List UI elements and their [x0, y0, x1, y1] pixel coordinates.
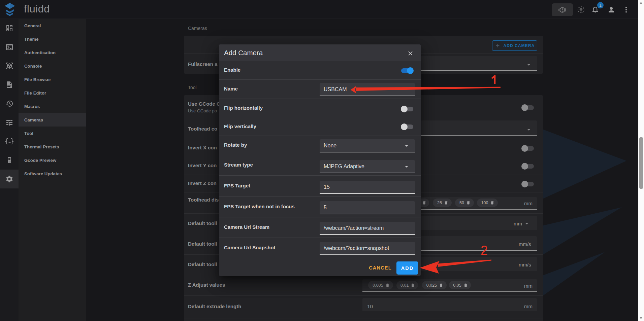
- divider: [219, 99, 421, 99]
- stream-type-select[interactable]: MJPEG Adaptive: [320, 160, 415, 173]
- menu-down-icon: [402, 163, 411, 171]
- input-underline: [320, 152, 415, 152]
- divider: [219, 258, 421, 258]
- dialog-label-fps-target-unfocused: FPS Target when not in focus: [224, 204, 295, 209]
- dialog-label-rotate-by: Rotate by: [224, 142, 247, 148]
- input-underline: [320, 254, 415, 255]
- camera-url-stream-value: /webcam/?action=stream: [324, 222, 384, 234]
- dialog-label-camera-url-snapshot: Camera Url Snapshot: [224, 245, 276, 250]
- fps-target-unfocused-value: 5: [324, 201, 327, 214]
- menu-down-icon: [402, 142, 411, 150]
- rotate-by-value: None: [324, 139, 336, 152]
- dialog-label-flip-vertically: Flip vertically: [224, 123, 256, 129]
- flip-horizontal-switch[interactable]: [401, 105, 414, 113]
- dialog-label-camera-url-stream: Camera Url Stream: [224, 224, 269, 230]
- dialog-label-stream-type: Stream type: [224, 162, 253, 168]
- divider: [219, 136, 421, 136]
- fps-target-value: 15: [324, 181, 330, 193]
- close-icon[interactable]: [407, 50, 414, 57]
- divider: [219, 197, 421, 197]
- input-underline: [320, 234, 415, 235]
- page-scrollbar[interactable]: [638, 0, 644, 321]
- dialog-title: Add Camera: [224, 49, 263, 57]
- stream-type-value: MJPEG Adaptive: [324, 160, 364, 173]
- camera-url-snapshot-input[interactable]: /webcam/?action=snapshot: [320, 242, 415, 254]
- dialog-label-flip-horizontally: Flip horizontally: [224, 105, 263, 111]
- cancel-button[interactable]: CANCEL: [368, 263, 392, 273]
- scrollbar-down-arrow[interactable]: [640, 317, 642, 319]
- name-input-value: USBCAM: [324, 83, 347, 96]
- add-camera-dialog: Add Camera Enable Name USBCAM Flip horiz…: [219, 44, 421, 276]
- input-underline: [320, 173, 415, 173]
- flip-vertical-switch[interactable]: [401, 123, 414, 131]
- camera-url-stream-input[interactable]: /webcam/?action=stream: [320, 222, 415, 234]
- scrollbar-up-arrow[interactable]: [640, 2, 642, 4]
- switch-thumb: [401, 123, 408, 130]
- switch-thumb: [407, 67, 414, 74]
- input-underline: [320, 193, 415, 194]
- add-button[interactable]: ADD: [396, 261, 418, 275]
- fps-target-input[interactable]: 15: [320, 181, 415, 193]
- divider: [219, 217, 421, 217]
- divider: [219, 175, 421, 176]
- divider: [219, 238, 421, 238]
- rotate-by-select[interactable]: None: [320, 139, 415, 152]
- switch-thumb: [401, 106, 408, 112]
- name-input[interactable]: USBCAM: [320, 83, 415, 96]
- fps-target-unfocused-input[interactable]: 5: [320, 201, 415, 214]
- input-underline: [320, 214, 415, 214]
- divider: [219, 79, 421, 80]
- dialog-label-enable: Enable: [224, 67, 240, 73]
- divider: [219, 155, 421, 155]
- camera-url-snapshot-value: /webcam/?action=snapshot: [324, 242, 389, 254]
- enable-switch[interactable]: [401, 67, 414, 74]
- dialog-label-name: Name: [224, 86, 238, 92]
- dialog-label-fps-target: FPS Target: [224, 183, 250, 188]
- divider: [219, 61, 421, 61]
- scrollbar-thumb[interactable]: [639, 137, 643, 189]
- divider: [219, 118, 421, 118]
- input-underline: [320, 96, 415, 96]
